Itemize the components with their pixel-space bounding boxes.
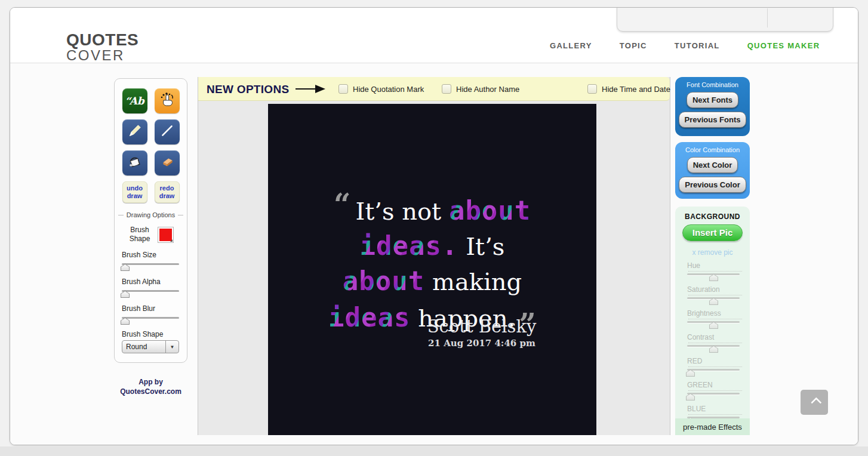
tool-panel: “Ab	[114, 78, 187, 363]
logo-line1: QUOTES	[66, 32, 138, 48]
quote-word-plain: It’s not	[355, 198, 448, 225]
slider-ticks	[688, 366, 742, 367]
header: QUOTES COVER GALLERY TOPIC TUTORIAL QUOT…	[10, 8, 858, 63]
eraser-tool-button[interactable]	[155, 150, 180, 175]
chevron-down-icon: ▼	[165, 341, 178, 353]
content-area: “Ab	[10, 63, 858, 445]
hue-slider[interactable]	[687, 271, 740, 281]
brush-color-swatch[interactable]	[158, 227, 174, 243]
app-credit-line1: App by	[114, 378, 187, 387]
text-tool-icon: “Ab	[125, 95, 144, 107]
brush-blur-group: Brush Blur	[122, 304, 181, 324]
nav-quotes-maker[interactable]: QUOTES MAKER	[747, 41, 820, 50]
previous-color-button[interactable]: Previous Color	[679, 177, 746, 193]
editor-area: NEW OPTIONS Hide Quotation Mark Hide Aut…	[198, 77, 670, 435]
next-fonts-button[interactable]: Next Fonts	[687, 92, 738, 108]
quote-date: 21 Aug 2017 4:46 pm	[367, 338, 596, 349]
eraser-icon	[159, 154, 175, 172]
contrast-label: Contrast	[687, 333, 740, 341]
hide-author-name-option: Hide Author Name	[442, 84, 519, 94]
quote-canvas[interactable]: “It’s not about ideas. It’s about making…	[268, 104, 596, 435]
scroll-to-top-button[interactable]	[801, 390, 828, 415]
slider-ticks	[688, 295, 742, 295]
color-combination-title: Color Combination	[675, 142, 750, 153]
quote-word-grunge: ideas.	[360, 230, 458, 261]
quote-word-plain: making	[424, 268, 522, 295]
slider-track	[687, 393, 740, 395]
brush-shape-select[interactable]: Round ▼	[122, 340, 179, 353]
slider-ticks	[688, 414, 742, 415]
brush-alpha-slider[interactable]	[122, 288, 179, 297]
logo[interactable]: QUOTES COVER	[66, 32, 138, 63]
undo-label-line2: draw	[127, 192, 143, 200]
background-panel: BACKGROUND Insert Pic x remove pic Hue S…	[675, 207, 750, 435]
quote-line-1: “It’s not about	[268, 195, 596, 231]
pen-tool-button[interactable]	[122, 119, 147, 144]
move-tool-button[interactable]	[155, 88, 180, 113]
brush-shape-dd-label: Brush Shape	[122, 330, 187, 338]
search-bar-partial[interactable]	[617, 7, 833, 32]
new-options-bar: NEW OPTIONS Hide Quotation Mark Hide Aut…	[198, 77, 670, 101]
pre-made-effects-button[interactable]: pre-made Effects	[675, 418, 750, 435]
quote-word-plain: It’s	[458, 233, 505, 260]
insert-pic-button[interactable]: Insert Pic	[682, 224, 743, 241]
color-combination-panel: Color Combination Next Color Previous Co…	[675, 142, 750, 199]
hue-label: Hue	[687, 261, 740, 270]
slider-track	[687, 369, 740, 371]
pen-icon	[127, 123, 143, 141]
line-tool-button[interactable]	[155, 119, 180, 144]
saturation-label: Saturation	[687, 285, 740, 294]
hide-author-name-checkbox[interactable]	[442, 84, 451, 94]
brush-shape-label: Brush Shape	[128, 226, 152, 244]
swatch-corner-icon	[170, 239, 173, 242]
brush-color-row: Brush Shape	[115, 226, 187, 244]
slider-ticks	[688, 271, 742, 272]
nav-topic[interactable]: TOPIC	[620, 41, 647, 50]
brightness-group: Brightness	[687, 309, 740, 328]
brush-size-slider[interactable]	[122, 261, 179, 270]
nav-tutorial[interactable]: TUTORIAL	[675, 41, 720, 50]
undo-label-line1: undo	[127, 184, 143, 192]
new-options-title: NEW OPTIONS	[207, 83, 289, 96]
slider-ticks	[688, 343, 742, 343]
font-combination-panel: Font Combination Next Fonts Previous Fon…	[675, 77, 750, 136]
slider-track	[122, 317, 179, 319]
remove-pic-link[interactable]: x remove pic	[675, 248, 750, 257]
quote-word-grunge: about	[343, 266, 424, 296]
drawing-options-label: Drawing Options	[127, 211, 175, 218]
red-slider[interactable]	[687, 366, 740, 376]
slider-track	[122, 290, 179, 292]
hide-author-name-label: Hide Author Name	[456, 85, 519, 94]
red-group: RED	[687, 357, 740, 376]
brush-size-label: Brush Size	[122, 251, 181, 259]
red-label: RED	[687, 357, 740, 365]
paint-bucket-icon	[127, 154, 143, 172]
app-credit: App by QuotesCover.com	[114, 378, 187, 396]
quote-attribution: Scott Belsky 21 Aug 2017 4:46 pm	[367, 316, 596, 349]
redo-draw-button[interactable]: redo draw	[155, 181, 180, 203]
hand-pointer-icon	[159, 91, 176, 110]
green-slider[interactable]	[687, 390, 740, 400]
open-quote-mark: “	[334, 190, 351, 219]
previous-fonts-button[interactable]: Previous Fonts	[679, 112, 747, 128]
green-label: GREEN	[687, 381, 740, 389]
nav-gallery[interactable]: GALLERY	[550, 41, 592, 50]
arrow-right-icon	[296, 85, 325, 95]
contrast-slider[interactable]	[687, 343, 740, 352]
saturation-slider[interactable]	[687, 295, 740, 304]
hide-time-date-checkbox[interactable]	[587, 84, 597, 94]
hide-time-date-option: Hide Time and Date	[587, 84, 670, 94]
slider-ticks	[688, 319, 742, 319]
undo-draw-button[interactable]: undo draw	[122, 181, 147, 203]
text-tool-button[interactable]: “Ab	[122, 88, 147, 113]
brightness-label: Brightness	[687, 309, 740, 318]
brightness-slider[interactable]	[687, 319, 740, 328]
brush-shape-value: Round	[122, 343, 165, 351]
green-group: GREEN	[687, 381, 740, 400]
hide-quotation-mark-checkbox[interactable]	[338, 84, 348, 94]
next-color-button[interactable]: Next Color	[687, 157, 738, 173]
redo-label-line2: draw	[159, 192, 175, 200]
fill-tool-button[interactable]	[122, 150, 147, 175]
brush-blur-slider[interactable]	[122, 315, 179, 324]
hide-quotation-mark-label: Hide Quotation Mark	[353, 85, 424, 94]
